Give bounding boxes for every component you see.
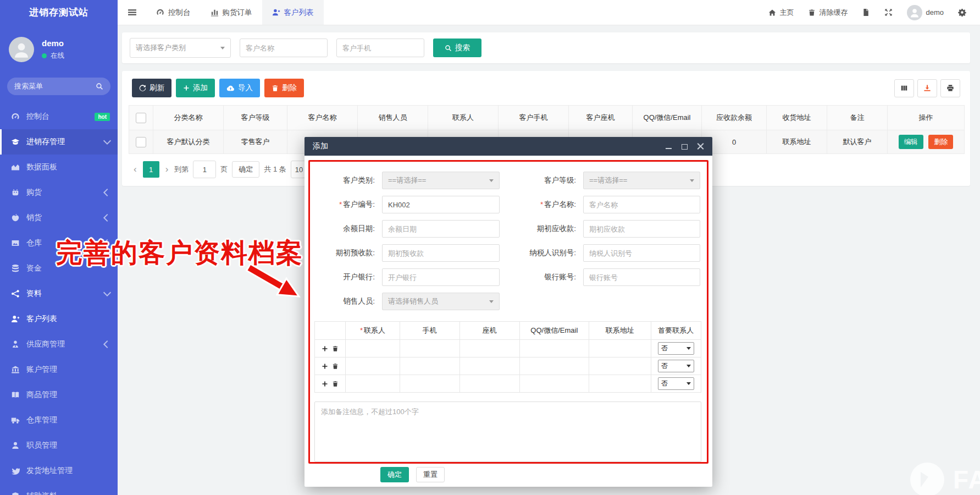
col-phone[interactable]: 客户手机 — [499, 106, 569, 130]
sidebar-item-supplier-management[interactable]: 供应商管理 — [0, 332, 118, 357]
primary-contact-select[interactable]: 否 — [658, 377, 694, 390]
print-button[interactable] — [940, 79, 960, 97]
dialog-titlebar[interactable]: 添加 — [304, 137, 712, 156]
salesman-field[interactable]: 请选择销售人员 — [382, 293, 500, 310]
col-salesman[interactable]: 销售人员 — [358, 106, 428, 130]
home-link[interactable]: 主页 — [761, 0, 801, 25]
landline-cell[interactable] — [459, 358, 519, 375]
remark-textarea[interactable] — [314, 402, 701, 462]
address-cell[interactable] — [589, 358, 651, 375]
current-page-button[interactable]: 1 — [143, 161, 159, 178]
col-qq[interactable]: QQ/微信/Email — [633, 106, 702, 130]
hamburger-menu-button[interactable] — [118, 0, 146, 25]
row-delete-button[interactable]: 删除 — [928, 135, 953, 149]
sidebar-item-warehouse-management[interactable]: 仓库管理 — [0, 408, 118, 433]
search-button[interactable]: 搜索 — [433, 38, 481, 57]
contact-name-cell[interactable] — [346, 358, 400, 375]
delete-row-icon[interactable] — [332, 363, 339, 370]
sidebar-item-product-management[interactable]: 商品管理 — [0, 382, 118, 408]
sidebar-item-psi-management[interactable]: 进销存管理 — [0, 129, 118, 155]
contact-name-cell[interactable] — [346, 340, 400, 358]
select-all-checkbox[interactable] — [136, 113, 146, 123]
col-address[interactable]: 收货地址 — [767, 106, 827, 130]
confirm-button[interactable]: 确定 — [380, 467, 409, 482]
clear-cache-button[interactable]: 清除缓存 — [801, 0, 855, 25]
tab-customer-list[interactable]: 客户列表 — [262, 0, 324, 25]
wipe-records-button[interactable] — [855, 0, 877, 25]
close-icon[interactable] — [697, 143, 704, 150]
sidebar-item-account-management[interactable]: 账户管理 — [0, 357, 118, 382]
sidebar-item-customer-list[interactable]: 客户列表 — [0, 306, 118, 332]
taxpayer-id-field[interactable] — [583, 244, 700, 262]
goto-page-input[interactable] — [193, 161, 216, 178]
landline-cell[interactable] — [459, 375, 519, 393]
address-cell[interactable] — [589, 340, 651, 358]
customer-name-field[interactable] — [583, 196, 700, 213]
tab-purchase-orders[interactable]: 购货订单 — [201, 0, 262, 25]
sidebar-search-input[interactable]: 搜索菜单 — [7, 78, 110, 95]
customer-level-field[interactable]: ==请选择== — [583, 172, 700, 189]
add-row-icon[interactable] — [322, 363, 328, 370]
add-row-icon[interactable] — [322, 381, 328, 387]
tab-console[interactable]: 控制台 — [146, 0, 201, 25]
primary-contact-select[interactable]: 否 — [658, 360, 694, 372]
refresh-button[interactable]: 刷新 — [132, 79, 171, 97]
maximize-icon[interactable] — [681, 143, 688, 150]
bank-account-field[interactable] — [583, 268, 700, 286]
mobile-cell[interactable] — [400, 358, 459, 375]
col-name[interactable]: 客户名称 — [287, 106, 358, 130]
mobile-cell[interactable] — [400, 375, 459, 393]
sidebar-item-staff-management[interactable]: 职员管理 — [0, 433, 118, 458]
customer-phone-input[interactable] — [336, 38, 424, 57]
customer-code-field[interactable] — [382, 196, 500, 213]
qq-cell[interactable] — [519, 375, 589, 393]
balance-date-field[interactable] — [382, 220, 500, 238]
avatar[interactable] — [9, 37, 34, 62]
settings-button[interactable] — [951, 0, 973, 25]
col-contact[interactable]: 联系人 — [428, 106, 499, 130]
edit-button[interactable]: 编辑 — [899, 135, 923, 149]
delete-button[interactable]: 删除 — [264, 79, 304, 97]
add-row-icon[interactable] — [322, 345, 328, 352]
sidebar-item-purchase[interactable]: 购货 — [0, 180, 118, 205]
fullscreen-button[interactable] — [877, 0, 900, 25]
col-level[interactable]: 客户等级 — [224, 106, 287, 130]
primary-contact-select[interactable]: 否 — [658, 342, 694, 355]
sidebar-item-shipping-address[interactable]: 发货地址管理 — [0, 458, 118, 483]
contact-name-cell[interactable] — [346, 375, 400, 393]
minimize-icon[interactable] — [665, 143, 672, 150]
qq-cell[interactable] — [519, 358, 589, 375]
mobile-cell[interactable] — [400, 340, 459, 358]
add-button[interactable]: 添加 — [176, 79, 215, 97]
customer-category-field[interactable]: ==请选择== — [382, 172, 500, 189]
import-button[interactable]: 导入 — [219, 79, 260, 97]
prev-page-button[interactable]: ‹ — [132, 164, 139, 175]
goto-confirm-button[interactable]: 确定 — [232, 161, 259, 178]
address-cell[interactable] — [589, 375, 651, 393]
col-landline[interactable]: 客户座机 — [569, 106, 633, 130]
sidebar-item-console[interactable]: 控制台 hot — [0, 104, 118, 129]
sidebar-item-data-panel[interactable]: 数据面板 — [0, 155, 118, 180]
customer-name-input[interactable] — [240, 38, 328, 57]
next-page-button[interactable]: › — [164, 164, 170, 175]
row-checkbox[interactable] — [136, 137, 146, 147]
delete-row-icon[interactable] — [332, 345, 339, 352]
landline-cell[interactable] — [459, 340, 519, 358]
bank-name-field[interactable] — [382, 268, 500, 286]
sidebar-item-data[interactable]: 资料 — [0, 281, 118, 306]
export-button[interactable] — [917, 79, 937, 97]
sidebar-item-auxiliary-data[interactable]: 辅助资料 — [0, 483, 118, 495]
sidebar-item-funds[interactable]: 资金 — [0, 256, 118, 281]
reset-button[interactable]: 重置 — [416, 467, 445, 482]
col-receivable[interactable]: 应收款余额 — [702, 106, 767, 130]
sidebar-item-sales[interactable]: 销货 — [0, 205, 118, 230]
user-menu[interactable]: demo — [900, 0, 951, 25]
col-category[interactable]: 分类名称 — [153, 106, 224, 130]
initial-receivable-field[interactable] — [583, 220, 700, 238]
qq-cell[interactable] — [519, 340, 589, 358]
customer-category-select[interactable]: 请选择客户类别 — [130, 38, 231, 58]
delete-row-icon[interactable] — [332, 381, 339, 387]
toggle-columns-button[interactable] — [894, 79, 914, 97]
col-remark[interactable]: 备注 — [827, 106, 888, 130]
initial-prepaid-field[interactable] — [382, 244, 500, 262]
